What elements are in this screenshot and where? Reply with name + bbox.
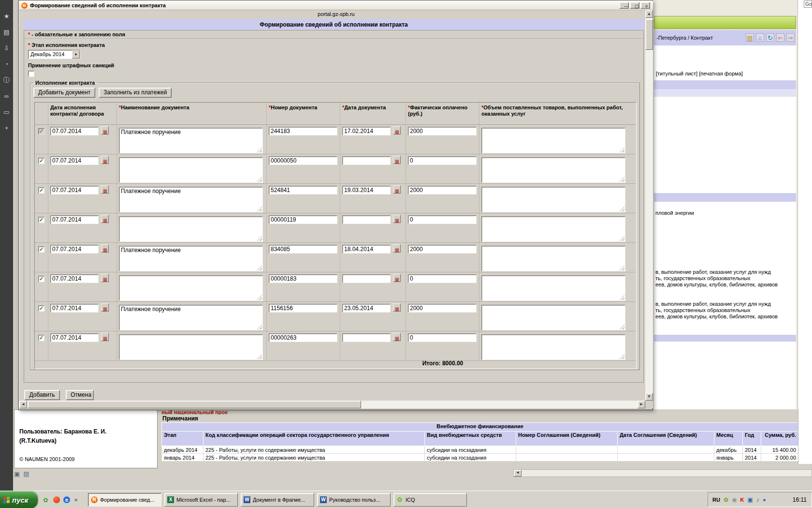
- calendar-button[interactable]: ▦: [393, 244, 401, 253]
- calendar-button[interactable]: ▦: [393, 303, 401, 312]
- dialog-vscrollbar[interactable]: ▲ ▼: [645, 10, 653, 401]
- row-checkbox[interactable]: ✓: [38, 158, 44, 164]
- grid-icon[interactable]: ▣: [14, 470, 20, 478]
- penalties-checkbox[interactable]: [28, 71, 34, 77]
- volume-textarea[interactable]: [481, 187, 625, 212]
- google-search-box[interactable]: Google: [804, 0, 812, 8]
- paid-input[interactable]: [408, 333, 477, 342]
- scroll-left-button[interactable]: ◄: [514, 470, 522, 477]
- calendar-button[interactable]: ▦: [393, 333, 401, 341]
- exec-date-input[interactable]: [50, 304, 99, 313]
- taskbar-task-excel[interactable]: XMicrosoft Excel - пар...: [164, 493, 238, 507]
- exec-date-input[interactable]: [50, 245, 99, 254]
- doc-name-textarea[interactable]: [119, 275, 263, 301]
- download-icon[interactable]: ⇩: [2, 45, 11, 52]
- doc-name-textarea[interactable]: [119, 128, 263, 153]
- doc-name-textarea[interactable]: [119, 216, 263, 242]
- volume-textarea[interactable]: [481, 334, 625, 360]
- calendar-button[interactable]: ▦: [101, 244, 109, 253]
- calendar-button[interactable]: ▦: [393, 126, 401, 134]
- history-clock-icon[interactable]: ◔: [2, 60, 11, 68]
- taskbar-task-naumen[interactable]: NФормирование свед...: [88, 493, 161, 507]
- doc-name-textarea[interactable]: [119, 334, 263, 360]
- doc-date-input[interactable]: [342, 333, 391, 342]
- doc-date-input[interactable]: [342, 156, 391, 165]
- doc-date-input[interactable]: [342, 304, 391, 313]
- taskbar-task-word[interactable]: WДокумент в Фрагме...: [241, 493, 314, 507]
- favorites-star-icon[interactable]: ★: [2, 13, 11, 20]
- add-document-button[interactable]: Добавить документ: [33, 88, 95, 98]
- dialog-hscrollbar[interactable]: ◄ ►: [19, 401, 645, 408]
- quicklaunch-browser-icon[interactable]: e: [63, 496, 70, 503]
- calendar-button[interactable]: ▦: [101, 274, 109, 282]
- exec-date-input[interactable]: [50, 333, 99, 342]
- row-checkbox[interactable]: ✓: [38, 276, 44, 282]
- calendar-button[interactable]: ▦: [101, 185, 109, 194]
- calendar-button[interactable]: ▦: [101, 215, 109, 223]
- volume-textarea[interactable]: [481, 305, 625, 330]
- dialog-titlebar[interactable]: N Формирование сведений об исполнении ко…: [19, 1, 653, 10]
- notepad-icon[interactable]: ▤: [746, 33, 754, 42]
- doc-number-input[interactable]: [269, 304, 337, 313]
- add-icon[interactable]: +: [2, 124, 11, 132]
- calendar-button[interactable]: ▦: [101, 126, 109, 134]
- add-button[interactable]: Добавить: [24, 390, 60, 400]
- exec-date-input[interactable]: [50, 274, 99, 283]
- stage-select[interactable]: Декабрь 2014 ▼: [28, 50, 80, 59]
- calendar-button[interactable]: ▦: [393, 274, 401, 282]
- start-button[interactable]: пуск: [0, 491, 38, 508]
- row-checkbox[interactable]: ✓: [38, 246, 44, 253]
- cancel-button[interactable]: Отмена: [66, 390, 94, 400]
- paid-input[interactable]: [408, 215, 477, 224]
- background-hscrollbar[interactable]: ◄: [513, 469, 812, 477]
- doc-number-input[interactable]: [269, 245, 337, 254]
- doc-number-input[interactable]: [269, 156, 337, 165]
- calendar-button[interactable]: ▦: [101, 303, 109, 312]
- forward-arrow-icon[interactable]: ⇒: [786, 33, 795, 42]
- doc-name-textarea[interactable]: [119, 305, 263, 330]
- doc-date-input[interactable]: [342, 127, 391, 135]
- volume-textarea[interactable]: [481, 157, 625, 183]
- paid-input[interactable]: [408, 186, 477, 194]
- quicklaunch-flower-icon[interactable]: ✿: [42, 496, 50, 504]
- network-icon[interactable]: ▣: [747, 496, 753, 503]
- paid-input[interactable]: [408, 304, 477, 313]
- kaspersky-icon[interactable]: K: [740, 496, 744, 503]
- exec-date-input[interactable]: [50, 186, 99, 194]
- scroll-down-button[interactable]: ▼: [645, 393, 653, 401]
- row-checkbox[interactable]: ✓: [38, 305, 44, 312]
- page-icon[interactable]: ▤: [23, 470, 29, 478]
- exec-date-input[interactable]: [50, 156, 99, 165]
- row-checkbox[interactable]: ✓: [38, 217, 44, 223]
- doc-date-input[interactable]: [342, 186, 391, 194]
- back-arrow-icon[interactable]: ⇐: [776, 33, 784, 42]
- doc-date-input[interactable]: [342, 245, 391, 254]
- paid-input[interactable]: [408, 274, 477, 283]
- paid-input[interactable]: [408, 156, 477, 165]
- doc-name-textarea[interactable]: [119, 157, 263, 183]
- vscroll-thumb[interactable]: [645, 19, 653, 50]
- links-icon[interactable]: ∞: [2, 92, 11, 100]
- doc-number-input[interactable]: [269, 127, 337, 135]
- row-checkbox[interactable]: ✓: [38, 128, 44, 134]
- volume-textarea[interactable]: [481, 128, 625, 153]
- fill-from-payments-button[interactable]: Заполнить из платежей: [99, 88, 172, 98]
- status-circle-icon[interactable]: ◉: [732, 496, 737, 503]
- taskbar-task-word[interactable]: WРуководство польз...: [317, 493, 391, 507]
- volume-textarea[interactable]: [481, 275, 625, 301]
- doc-date-input[interactable]: [342, 215, 391, 224]
- taskbar-clock[interactable]: 16:11: [793, 496, 812, 503]
- quicklaunch-chevron-icon[interactable]: »: [73, 496, 78, 504]
- notes-icon[interactable]: ▤: [2, 29, 11, 36]
- antivirus-flower-icon[interactable]: ✿: [724, 496, 728, 503]
- paid-input[interactable]: [408, 245, 477, 254]
- close-button[interactable]: ×: [640, 2, 650, 9]
- messenger-icon[interactable]: ●: [763, 496, 766, 503]
- doc-number-input[interactable]: [269, 333, 337, 342]
- home-icon[interactable]: ⌂: [756, 33, 764, 42]
- doc-name-textarea[interactable]: [119, 187, 263, 212]
- calendar-button[interactable]: ▦: [393, 215, 401, 223]
- print-form-links[interactable]: [титульный лист] [печатная форма]: [656, 71, 743, 76]
- panel-icon[interactable]: ▭: [2, 108, 11, 116]
- calendar-button[interactable]: ▦: [101, 333, 109, 341]
